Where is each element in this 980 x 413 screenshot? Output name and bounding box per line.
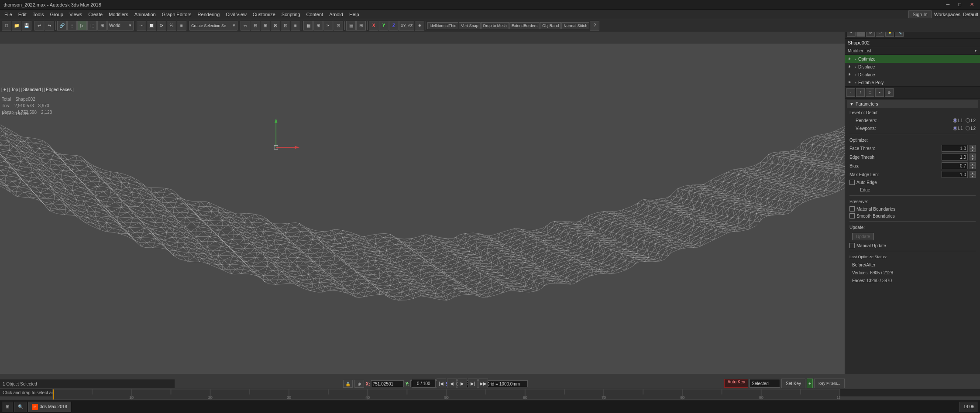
extend-borders-btn[interactable]: ExtendBorders (509, 22, 540, 29)
world-dropdown[interactable]: World ▼ (107, 21, 134, 31)
select-region-btn[interactable]: ⬚ (87, 21, 97, 31)
menu-modifiers[interactable]: Modifiers (106, 11, 131, 18)
menu-views[interactable]: Views (67, 11, 85, 18)
subobj-vertex-btn[interactable]: · (846, 88, 855, 97)
menu-file[interactable]: File (2, 11, 15, 18)
mod-eye-displace1[interactable]: 👁 (848, 65, 853, 69)
renderer-l2[interactable]: L2 (966, 118, 976, 123)
maximize-btn[interactable]: □ (956, 2, 964, 7)
new-scene-btn[interactable]: □ (2, 21, 11, 31)
sign-in-btn[interactable]: Sign In (908, 10, 931, 18)
max-edge-len-up[interactable]: ▲ (970, 171, 976, 174)
set-key-btn[interactable]: Set Key (781, 379, 805, 388)
layer-btn[interactable]: ▤ (346, 21, 356, 31)
subobj-element-btn[interactable]: ⊕ (885, 88, 894, 97)
win-start-btn[interactable]: ⊞ (2, 402, 13, 412)
viewport-3d[interactable]: [ + ] [ Top ] [ Standard ] [ Edged Faces… (0, 44, 845, 374)
auto-edge-label[interactable]: Auto Edge (856, 180, 877, 185)
menu-customize[interactable]: Customize (250, 11, 278, 18)
play-btn[interactable]: ▶ (457, 379, 467, 388)
idle-normal-btn[interactable]: IdelNormalThie (427, 22, 458, 29)
group4-btn[interactable]: ⊡ (334, 21, 343, 31)
group2-btn[interactable]: ⊞ (313, 21, 323, 31)
update-btn[interactable]: Update (852, 233, 874, 240)
obj-rand-btn[interactable]: Obj Rand (540, 22, 561, 29)
modifier-editable-poly[interactable]: 👁 ▸ Editable Poly (845, 79, 980, 86)
smooth-boundaries-checkbox[interactable] (849, 213, 855, 218)
axis-xy-btn[interactable]: XY, YZ (399, 21, 414, 31)
axis-z-btn[interactable]: Z (389, 21, 399, 31)
group1-btn[interactable]: ▦ (303, 21, 313, 31)
bias-input[interactable] (942, 162, 968, 169)
smooth-boundaries-label[interactable]: Smooth Boundaries (856, 214, 895, 218)
align4-btn[interactable]: ⊡ (281, 21, 290, 31)
viewport-l2[interactable]: L2 (966, 126, 976, 131)
menu-scripting[interactable]: Scripting (279, 11, 303, 18)
menu-content[interactable]: Content (304, 11, 326, 18)
menu-civil-view[interactable]: Civil View (223, 11, 249, 18)
material-boundaries-checkbox[interactable] (849, 206, 855, 212)
drop-to-mesh-btn[interactable]: Drop to Mesh (481, 22, 509, 29)
normal-stitch-btn[interactable]: Normal Stitch (561, 22, 589, 29)
percent-snap-btn[interactable]: % (167, 21, 176, 31)
vp-label-standard[interactable]: Standard (23, 87, 41, 92)
select-link-btn[interactable]: 🔗 (57, 21, 67, 31)
menu-tools[interactable]: Tools (30, 11, 47, 18)
modifier-list-dropdown[interactable]: ▼ (974, 49, 977, 53)
group3-btn[interactable]: ✂ (323, 21, 333, 31)
key-filters-btn[interactable]: Key Filters... (814, 379, 845, 388)
align5-btn[interactable]: ≡ (291, 21, 300, 31)
menu-arnold[interactable]: Arnold (327, 11, 346, 18)
vp-label-plus[interactable]: + (3, 87, 6, 92)
viewport-l1[interactable]: L1 (953, 126, 963, 131)
timeline-track[interactable] (52, 389, 840, 400)
manual-update-checkbox[interactable] (849, 243, 855, 248)
vp-label-top[interactable]: Top (11, 87, 18, 92)
manual-update-label[interactable]: Manual Update (856, 243, 886, 248)
help-btn[interactable]: ? (590, 21, 599, 31)
open-btn[interactable]: 📁 (12, 21, 21, 31)
face-thresh-input[interactable] (942, 145, 968, 152)
snap2d-btn[interactable]: 🔲 (147, 21, 156, 31)
menu-graph-editors[interactable]: Graph Editors (159, 11, 194, 18)
subobj-edge-btn[interactable]: / (856, 88, 865, 97)
close-btn[interactable]: ✕ (967, 2, 977, 7)
add-time-tag-btn[interactable]: + (807, 379, 813, 388)
menu-edit[interactable]: Edit (16, 11, 29, 18)
modifier-displace2[interactable]: 👁 ▸ Displace (845, 71, 980, 79)
parameters-header[interactable]: ▼ Parameters (847, 100, 978, 108)
material-boundaries-label[interactable]: Material Boundaries (856, 207, 895, 212)
scene-explorer-btn[interactable]: ⊞ (356, 21, 366, 31)
bias-down[interactable]: ▼ (970, 166, 976, 169)
menu-help[interactable]: Help (347, 11, 362, 18)
face-thresh-up[interactable]: ▲ (970, 145, 976, 148)
vp-label-edged[interactable]: Edged Faces (46, 87, 72, 92)
save-btn[interactable]: 💾 (22, 21, 31, 31)
mirror-btn[interactable]: ⇿ (241, 21, 250, 31)
renderer-l1[interactable]: L1 (953, 118, 963, 123)
win-3dsmax-btn[interactable]: M 3ds Max 2018 (28, 402, 71, 412)
select-obj-btn[interactable]: ▷ (77, 21, 87, 31)
menu-rendering[interactable]: Rendering (195, 11, 223, 18)
align-btn[interactable]: ⊟ (251, 21, 260, 31)
prev-frame-btn[interactable]: ◀ (447, 379, 457, 388)
first-frame-btn[interactable]: |◀ (437, 379, 446, 388)
max-edge-len-down[interactable]: ▼ (970, 174, 976, 178)
minimize-btn[interactable]: ─ (944, 2, 952, 7)
angle-snap-btn[interactable]: ⟳ (157, 21, 166, 31)
spinner-snap-btn[interactable]: ≡ (177, 21, 186, 31)
x-coord-value[interactable]: 751.02501 (371, 380, 404, 387)
redo-btn[interactable]: ↪ (45, 21, 54, 31)
coord-type-btn[interactable]: ⊕ (354, 380, 364, 388)
align3-btn[interactable]: ⊠ (271, 21, 280, 31)
auto-edge-checkbox[interactable] (849, 180, 855, 185)
menu-animation[interactable]: Animation (132, 11, 158, 18)
edge-thresh-down[interactable]: ▼ (970, 157, 976, 160)
edge-thresh-input[interactable] (942, 154, 968, 160)
undo-btn[interactable]: ↩ (34, 21, 44, 31)
mod-eye-editable-poly[interactable]: 👁 (848, 81, 853, 85)
axis-world-btn[interactable]: ⊕ (415, 21, 424, 31)
modifier-optimize[interactable]: 👁 ▸ Optimize (845, 55, 980, 63)
named-selection-btn[interactable]: Create Selection Se ▼ (189, 21, 237, 31)
window-cross-btn[interactable]: ⊞ (97, 21, 107, 31)
